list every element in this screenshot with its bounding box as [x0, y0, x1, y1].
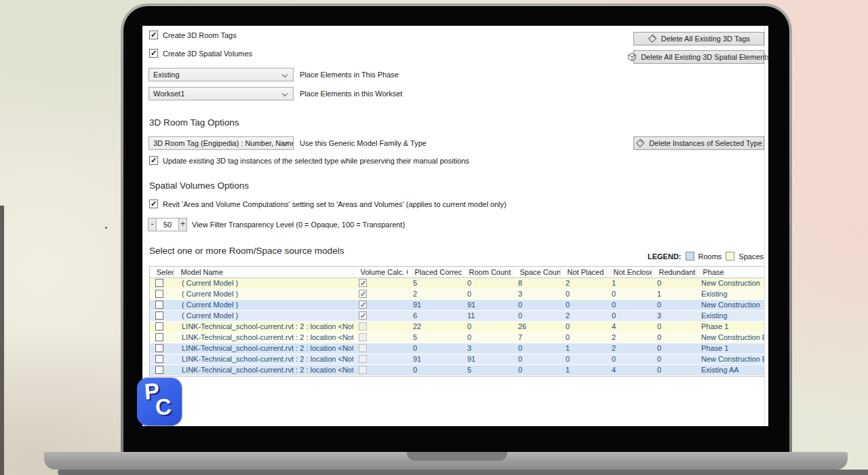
chevron-down-icon [282, 91, 288, 96]
row-select-checkbox[interactable] [155, 355, 163, 363]
create-spatial-volumes-checkbox[interactable] [149, 49, 158, 58]
cell-not-placed: 2 [560, 310, 606, 321]
cell-room-count: 91 [462, 354, 513, 364]
update-existing-checkbox[interactable] [149, 156, 158, 165]
workset-dropdown[interactable]: Workset1 [149, 87, 294, 100]
transparency-value[interactable]: 50 [157, 218, 178, 231]
cell-space-count: 0 [513, 299, 560, 310]
volume-calc-checkbox [359, 311, 367, 320]
delete-instances-label: Delete Instances of Selected Type [649, 139, 762, 147]
volume-calc-checkbox [359, 344, 367, 352]
table-row[interactable]: LINK-Technical_school-current.rvt : 2 : … [150, 332, 764, 343]
cell-not-placed: 0 [560, 332, 606, 343]
cell-not-enclosed: 0 [606, 299, 652, 310]
cell-placed-correctly: 2 [408, 288, 462, 299]
table-row[interactable]: ( Current Model )508210New Construction [150, 278, 764, 288]
transparency-minus-button[interactable]: - [148, 218, 157, 231]
legend-rooms-swatch [686, 252, 694, 261]
column-header-model-name[interactable]: Model Name [174, 267, 353, 278]
row-select-checkbox[interactable] [155, 322, 163, 330]
cell-not-placed: 0 [560, 321, 606, 332]
table-row[interactable]: ( Current Model )6110203Existing [150, 310, 764, 321]
cell-model-name: LINK-Technical_school-current.rvt : 2 : … [174, 354, 353, 364]
column-header-placed-correctly[interactable]: Placed Correctly [408, 267, 462, 278]
row-select-checkbox[interactable] [155, 279, 163, 287]
workset-label: Place Elements in this Workset [300, 87, 402, 100]
column-header-select[interactable]: Select [150, 267, 174, 278]
table-row[interactable]: LINK-Technical_school-current.rvt : 2 : … [150, 343, 764, 354]
cell-placed-correctly: 5 [408, 332, 462, 343]
cell-redundant: 1 [652, 288, 696, 299]
column-header-redundant[interactable]: Redundant [652, 267, 696, 278]
workset-dropdown-value: Workset1 [153, 90, 184, 98]
cell-space-count: 7 [513, 332, 560, 343]
cell-room-count: 0 [462, 288, 513, 299]
dialog-content: Create 3D Room Tags Create 3D Spatial Vo… [142, 26, 768, 426]
table-row[interactable]: LINK-Technical_school-current.rvt : 2 : … [150, 354, 764, 364]
cell-model-name: ( Current Model ) [174, 288, 353, 299]
table-row[interactable]: ( Current Model )91910000New Constructio… [150, 299, 764, 310]
phase-dropdown[interactable]: Existing [149, 68, 294, 81]
phase-dropdown-value: Existing [153, 71, 180, 79]
legend-rooms-label: Rooms [698, 252, 722, 261]
cell-room-count: 5 [462, 364, 513, 375]
cell-redundant: 0 [652, 332, 696, 343]
table-row[interactable]: LINK-Technical_school-current.rvt : 2 : … [150, 364, 764, 375]
column-header-not-placed[interactable]: Not Placed [560, 267, 606, 278]
row-select-checkbox[interactable] [155, 301, 163, 309]
cube-icon [627, 52, 637, 62]
cell-model-name: ( Current Model ) [174, 310, 353, 321]
table-row[interactable]: LINK-Technical_school-current.rvt : 2 : … [150, 321, 764, 332]
volume-calc-checkbox [359, 301, 367, 309]
transparency-label: View Filter Transparency Level (0 = Opaq… [192, 218, 405, 231]
volume-calc-checkbox [359, 279, 367, 287]
laptop-frame: Create 3D Room Tags Create 3D Spatial Vo… [121, 3, 792, 452]
cell-model-name: LINK-Technical_school-current.rvt : 2 : … [174, 332, 353, 343]
row-select-checkbox[interactable] [155, 290, 163, 298]
laptop-base [44, 452, 848, 470]
delete-all-spatial-elements-button[interactable]: Delete All Existing 3D Spatial Elements [633, 50, 764, 64]
laptop-base-notch [407, 452, 507, 461]
cell-phase: New Construction [696, 299, 764, 310]
column-header-space-count[interactable]: Space Count [513, 267, 560, 278]
create-room-tags-checkbox[interactable] [149, 31, 158, 39]
cell-not-enclosed: 4 [606, 364, 652, 375]
cell-space-count: 0 [513, 310, 560, 321]
column-header-room-count[interactable]: Room Count [462, 267, 513, 278]
column-header-phase[interactable]: Phase [696, 267, 764, 278]
delete-instances-button[interactable]: Delete Instances of Selected Type [633, 136, 764, 150]
row-select-checkbox[interactable] [155, 366, 163, 374]
transparency-plus-button[interactable]: + [178, 218, 187, 231]
cell-space-count: 0 [513, 343, 560, 354]
cell-space-count: 26 [513, 321, 560, 332]
row-select-checkbox[interactable] [155, 344, 163, 352]
cell-room-count: 91 [462, 299, 513, 310]
family-type-dropdown[interactable]: 3D Room Tag (Engipedia) : Number, Name [149, 136, 294, 150]
cell-redundant: 3 [652, 310, 696, 321]
table-row[interactable]: ( Current Model )203001Existing [150, 288, 764, 299]
create-room-tags-label: Create 3D Room Tags [163, 31, 237, 39]
cell-not-enclosed: 0 [606, 310, 652, 321]
revit-setting-checkbox[interactable] [149, 200, 158, 208]
row-select-checkbox[interactable] [155, 311, 163, 320]
create-spatial-volumes-row: Create 3D Spatial Volumes [149, 49, 252, 58]
cell-not-enclosed: 2 [606, 332, 652, 343]
cell-placed-correctly: 6 [408, 310, 462, 321]
cell-space-count: 0 [513, 354, 560, 364]
background-speck [105, 227, 107, 229]
family-type-dropdown-value: 3D Room Tag (Engipedia) : Number, Name [153, 139, 294, 147]
cell-redundant: 0 [652, 299, 696, 310]
volume-calc-checkbox [359, 333, 367, 341]
column-header-not-enclosed[interactable]: Not Enclosed [606, 267, 652, 278]
spatial-options-heading: Spatial Volumes Options [149, 180, 249, 191]
cell-not-enclosed: 1 [606, 278, 652, 288]
room-tag-options-heading: 3D Room Tag Options [149, 117, 239, 128]
row-select-checkbox[interactable] [155, 333, 163, 341]
delete-all-3d-tags-button[interactable]: Delete All Existing 3D Tags [633, 32, 764, 45]
cell-phase: New Construction [696, 278, 764, 288]
cell-placed-correctly: 91 [408, 299, 462, 310]
column-header-volume-calc-on[interactable]: Volume Calc. On [353, 267, 408, 278]
cell-phase: Existing AA [696, 364, 764, 375]
family-type-label: Use this Generic Model Family & Type [300, 136, 427, 150]
cell-space-count: 0 [513, 364, 560, 375]
